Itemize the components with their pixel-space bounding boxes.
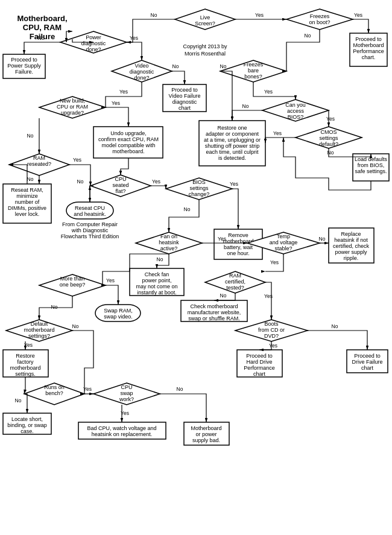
svg-text:and heatsink.: and heatsink. xyxy=(74,211,106,217)
svg-text:Load defaults: Load defaults xyxy=(355,156,388,162)
svg-text:Yes: Yes xyxy=(269,343,277,349)
svg-text:CPU: CPU xyxy=(115,176,126,182)
svg-text:No: No xyxy=(305,33,311,39)
svg-text:No: No xyxy=(184,206,191,212)
svg-text:may not come on: may not come on xyxy=(136,283,177,290)
svg-text:settings: settings xyxy=(189,185,209,191)
svg-text:No: No xyxy=(220,63,227,69)
svg-text:and voltage: and voltage xyxy=(270,239,298,245)
svg-text:Can you: Can you xyxy=(285,102,306,108)
svg-text:supply bad.: supply bad. xyxy=(192,437,220,443)
svg-text:settings?: settings? xyxy=(28,333,50,339)
svg-text:No: No xyxy=(38,35,45,41)
svg-text:No: No xyxy=(72,323,79,329)
svg-text:is detected.: is detected. xyxy=(218,155,246,161)
svg-text:Yes: Yes xyxy=(121,410,129,416)
svg-text:Remove: Remove xyxy=(228,232,248,238)
svg-text:Check motherboard: Check motherboard xyxy=(190,303,238,309)
svg-text:No: No xyxy=(327,150,334,156)
svg-text:Proceed to: Proceed to xyxy=(171,87,198,93)
svg-text:No: No xyxy=(319,236,326,242)
svg-text:Yes: Yes xyxy=(130,35,138,41)
svg-text:Bad CPU, watch voltage and: Bad CPU, watch voltage and xyxy=(87,425,156,431)
svg-text:Yes: Yes xyxy=(255,12,264,18)
svg-text:Default: Default xyxy=(31,321,48,327)
svg-text:swap: swap xyxy=(120,390,133,396)
svg-text:No: No xyxy=(15,397,22,404)
svg-text:each time, until culprit: each time, until culprit xyxy=(206,149,259,155)
svg-text:number of: number of xyxy=(15,199,40,205)
svg-text:upgrade?: upgrade? xyxy=(61,110,84,116)
svg-text:Yes: Yes xyxy=(218,236,226,242)
svg-text:Performance: Performance xyxy=(353,48,384,54)
svg-text:No: No xyxy=(77,179,84,185)
svg-text:RAM: RAM xyxy=(229,273,241,279)
svg-text:power supply: power supply xyxy=(335,249,367,255)
svg-text:CPU: CPU xyxy=(121,384,132,390)
svg-text:motherboard.: motherboard. xyxy=(112,148,145,154)
svg-text:BIOS?: BIOS? xyxy=(288,114,304,120)
svg-text:case.: case. xyxy=(21,428,34,434)
svg-text:Yes: Yes xyxy=(106,277,115,283)
svg-text:No: No xyxy=(242,103,249,109)
svg-text:diagnostic: diagnostic xyxy=(81,40,106,46)
svg-text:work?: work? xyxy=(119,396,134,402)
title-text: Motherboard, xyxy=(17,14,67,23)
svg-text:done?: done? xyxy=(86,46,101,52)
svg-text:No: No xyxy=(27,133,34,139)
svg-text:factory: factory xyxy=(17,359,34,365)
svg-text:bones?: bones? xyxy=(244,74,262,80)
svg-text:No: No xyxy=(220,293,227,299)
svg-text:Fan on: Fan on xyxy=(160,233,177,239)
svg-text:power point,: power point, xyxy=(142,277,171,283)
svg-text:Freezes: Freezes xyxy=(244,62,264,68)
svg-text:Runs on: Runs on xyxy=(44,384,65,390)
svg-text:BIOS: BIOS xyxy=(192,179,206,185)
svg-text:Undo upgrade,: Undo upgrade, xyxy=(110,130,147,136)
svg-text:No: No xyxy=(177,386,183,392)
svg-text:Drive Failure: Drive Failure xyxy=(352,359,382,365)
svg-text:shutting off power strip: shutting off power strip xyxy=(205,143,259,149)
svg-text:Power Supply: Power Supply xyxy=(7,63,41,69)
svg-text:No: No xyxy=(27,176,34,182)
svg-text:Motherboard: Motherboard xyxy=(353,42,384,48)
svg-text:Proceed to: Proceed to xyxy=(246,353,273,359)
svg-text:DVD?: DVD? xyxy=(264,333,279,339)
svg-text:CPU or RAM: CPU or RAM xyxy=(57,104,88,110)
svg-text:model compatible with: model compatible with xyxy=(101,142,155,148)
svg-text:done?: done? xyxy=(134,75,149,81)
svg-text:heatsink on replacement.: heatsink on replacement. xyxy=(92,431,153,437)
svg-text:Yes: Yes xyxy=(152,179,160,185)
svg-text:chart: chart xyxy=(253,371,266,377)
svg-text:Yes: Yes xyxy=(73,157,81,163)
svg-text:Yes: Yes xyxy=(264,293,273,299)
svg-text:flat?: flat? xyxy=(115,188,125,194)
svg-text:Failure.: Failure. xyxy=(15,69,33,75)
svg-text:heatsink: heatsink xyxy=(159,239,179,245)
svg-text:Video: Video xyxy=(135,63,149,69)
svg-text:motherboard: motherboard xyxy=(24,327,54,333)
svg-text:settings: settings xyxy=(319,135,338,141)
live-screen-label: Live xyxy=(200,14,210,21)
svg-text:Yes: Yes xyxy=(354,12,362,18)
svg-text:bare: bare xyxy=(248,68,259,74)
svg-text:Yes: Yes xyxy=(230,181,238,187)
svg-text:Yes: Yes xyxy=(264,89,273,95)
svg-text:Restore one: Restore one xyxy=(217,125,247,131)
svg-text:No: No xyxy=(151,12,157,18)
svg-text:adapter or component: adapter or component xyxy=(206,131,259,137)
svg-text:Boots: Boots xyxy=(264,321,279,327)
svg-text:from BIOS,: from BIOS, xyxy=(358,162,385,168)
svg-text:safe settings.: safe settings. xyxy=(355,168,387,174)
svg-text:Temp: Temp xyxy=(277,233,290,239)
svg-text:Proceed to: Proceed to xyxy=(354,353,381,359)
svg-text:chart: chart xyxy=(361,365,374,371)
svg-text:at a time, unplugging or: at a time, unplugging or xyxy=(204,137,261,143)
svg-text:No: No xyxy=(172,63,179,69)
svg-text:certified, check: certified, check xyxy=(333,243,370,249)
svg-text:on boot?: on boot? xyxy=(309,19,330,25)
svg-text:RAM: RAM xyxy=(33,155,45,161)
svg-text:Swap RAM,: Swap RAM, xyxy=(104,308,133,314)
svg-text:Freezes: Freezes xyxy=(310,13,330,19)
svg-text:Power: Power xyxy=(86,34,101,40)
